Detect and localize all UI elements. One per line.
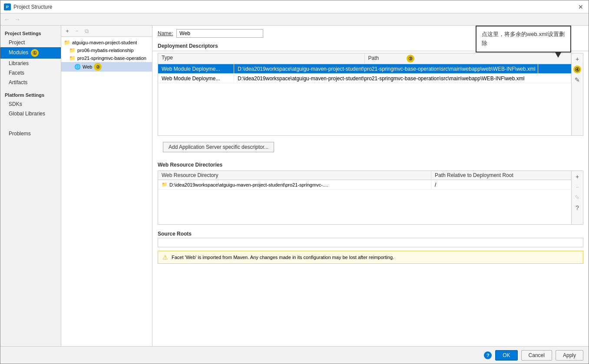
close-button[interactable]: ✕: [576, 3, 585, 11]
warning-icon: ⚠: [162, 254, 168, 261]
title-bar: P Project Structure ✕: [0, 0, 589, 13]
callout-arrow: [555, 52, 562, 58]
sidebar-item-artifacts[interactable]: Artifacts: [0, 78, 61, 87]
tree-item-pro06[interactable]: 📁 pro06-mybatis-relationship: [61, 46, 152, 54]
main-content: Project Settings Project Modules ① Libra…: [0, 26, 589, 346]
sidebar-item-facets[interactable]: Facets: [0, 68, 61, 78]
tree-copy-button[interactable]: ⧉: [82, 27, 91, 36]
resource-table-wrap: Web Resource Directory Path Relative to …: [158, 171, 583, 225]
cancel-button[interactable]: Cancel: [521, 350, 552, 361]
sidebar-item-project[interactable]: Project: [0, 38, 61, 47]
project-structure-dialog: P Project Structure ✕ ← → Project Settin…: [0, 0, 589, 364]
help-resource-btn[interactable]: ?: [572, 203, 582, 213]
resource-dir-cell: 📁 D:\idea2019workspace\atguigu-maven-pro…: [158, 180, 431, 189]
tree-add-button[interactable]: +: [63, 27, 72, 36]
dialog-footer: ? OK Cancel Apply: [0, 346, 589, 364]
add-descriptor-wrap: Add Application Server specific descript…: [158, 138, 583, 156]
type-col-header: Type: [158, 53, 365, 64]
resource-table: Web Resource Directory Path Relative to …: [158, 171, 572, 225]
resource-path-header: Path Relative to Deployment Root: [431, 171, 571, 180]
path-col-header: Path ③: [365, 53, 572, 64]
remove-resource-btn[interactable]: −: [572, 182, 582, 192]
app-icon: P: [4, 3, 11, 10]
web-badge: ②: [94, 63, 102, 71]
remove-badge: ④: [573, 66, 581, 73]
sidebar-item-global-libraries[interactable]: Global Libraries: [0, 109, 61, 118]
add-descriptor-button[interactable]: Add Application Server specific descript…: [163, 142, 274, 152]
platform-settings-title: Platform Settings: [0, 91, 61, 99]
web-resource-section: Web Resource Directories Web Resource Di…: [152, 160, 589, 225]
type-cell: Web Module Deployme...: [158, 74, 234, 83]
deployment-side-buttons: + ④ ✎: [572, 53, 583, 136]
resource-path-cell: /: [431, 180, 571, 189]
type-cell: Web Module Deployme...: [158, 64, 234, 73]
source-roots-bar: [158, 238, 583, 247]
folder-icon: 📁: [69, 47, 76, 53]
tree-items: 📁 atguigu-maven-project-student 📁 pro06-…: [61, 37, 152, 346]
name-label: Name:: [158, 30, 173, 36]
path-cell: D:\idea2019workspace\atguigu-maven-proje…: [234, 74, 571, 83]
add-descriptor-btn[interactable]: +: [572, 54, 582, 64]
ok-button[interactable]: OK: [495, 350, 517, 361]
sidebar-item-sdks[interactable]: SDKs: [0, 99, 61, 109]
help-button[interactable]: ?: [484, 351, 492, 359]
folder-icon: 📁: [69, 55, 76, 61]
main-toolbar: ← →: [0, 13, 589, 26]
deployment-table-header: Type Path ③: [158, 53, 571, 64]
project-settings-title: Project Settings: [0, 29, 61, 38]
folder-icon: 📁: [64, 39, 70, 46]
title-bar-title: Project Structure: [13, 4, 576, 10]
table-row[interactable]: Web Module Deployme... D:\idea2019worksp…: [158, 74, 571, 83]
name-input[interactable]: [176, 29, 263, 38]
sidebar: Project Settings Project Modules ① Libra…: [0, 26, 61, 346]
edit-descriptor-btn[interactable]: ✎: [572, 75, 582, 85]
forward-button[interactable]: →: [13, 15, 22, 24]
resource-side-buttons: + − ✎ ?: [572, 171, 583, 225]
warning-bar: ⚠ Facet 'Web' is imported from Maven. An…: [158, 251, 583, 264]
resource-dir-header: Web Resource Directory: [158, 171, 431, 180]
path-cell: D:\idea2019workspace\atguigu-maven-proje…: [234, 64, 538, 73]
resource-table-header: Web Resource Directory Path Relative to …: [158, 171, 571, 180]
tree-panel: + − ⧉ 📁 atguigu-maven-project-student 📁 …: [61, 26, 152, 346]
table-row[interactable]: Web Module Deployme... D:\idea2019worksp…: [158, 64, 571, 74]
tree-toolbar: + − ⧉: [61, 26, 152, 37]
web-icon: 🌐: [74, 64, 81, 70]
web-resource-title: Web Resource Directories: [152, 160, 589, 170]
source-roots-section: Source Roots: [152, 229, 589, 247]
remove-descriptor-btn[interactable]: ④: [572, 65, 582, 74]
tree-item-web[interactable]: 🌐 Web ②: [61, 62, 152, 72]
add-resource-btn[interactable]: +: [572, 172, 582, 181]
deployment-table: Type Path ③ Web Module Deployme... D:\id…: [158, 53, 572, 136]
edit-resource-btn[interactable]: ✎: [572, 193, 582, 202]
path-badge: ③: [407, 55, 414, 62]
modules-badge: ①: [31, 49, 39, 57]
deployment-table-wrap: Type Path ③ Web Module Deployme... D:\id…: [158, 53, 583, 136]
tree-item-atguigu[interactable]: 📁 atguigu-maven-project-student: [61, 39, 152, 46]
sidebar-item-modules[interactable]: Modules ①: [0, 47, 61, 59]
sidebar-item-problems[interactable]: Problems: [0, 129, 61, 138]
sidebar-item-libraries[interactable]: Libraries: [0, 59, 61, 68]
back-button[interactable]: ←: [2, 15, 12, 24]
resource-row[interactable]: 📁 D:\idea2019workspace\atguigu-maven-pro…: [158, 180, 571, 190]
callout-annotation: 点这里，将多余的web.xml设置删除: [476, 26, 571, 52]
tree-remove-button[interactable]: −: [73, 27, 81, 36]
folder-small-icon: 📁: [162, 182, 168, 187]
tree-item-pro21[interactable]: 📁 pro21-springmvc-base-operation: [61, 54, 152, 62]
source-roots-title: Source Roots: [152, 229, 589, 237]
main-panel: 点这里，将多余的web.xml设置删除 Name: Deployment Des…: [152, 26, 589, 346]
deployment-descriptors-section: Deployment Descriptors Type Path ③: [152, 41, 589, 156]
apply-button[interactable]: Apply: [556, 350, 583, 361]
